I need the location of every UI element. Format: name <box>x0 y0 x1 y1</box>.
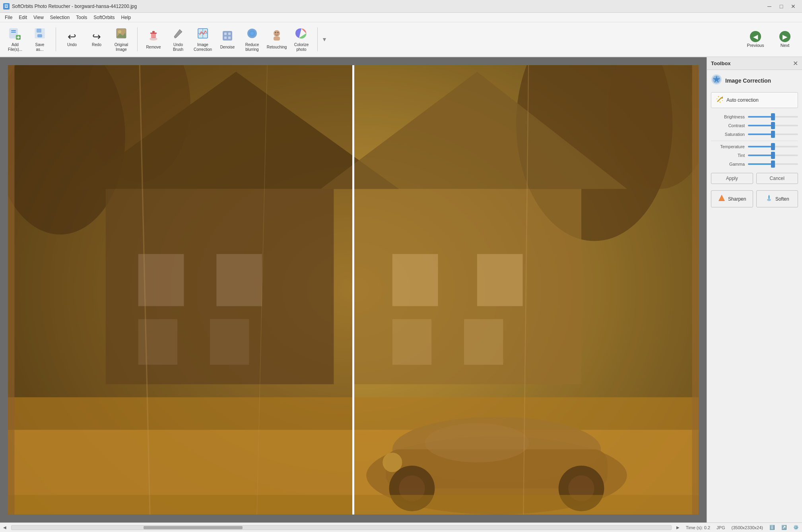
svg-rect-20 <box>224 33 227 35</box>
dimensions-status: (3500x2330x24) <box>731 525 763 530</box>
previous-button[interactable]: ◀ Previous <box>742 25 769 54</box>
toolbar-file-group: AddFile(s)... Saveas... <box>3 25 52 54</box>
soften-icon <box>765 194 773 204</box>
menu-selection[interactable]: Selection <box>47 14 73 21</box>
reduce-blurring-label: Reduceblurring <box>245 43 259 52</box>
toolbar-sep-1 <box>56 27 56 51</box>
undo-brush-label: UndoBrush <box>173 43 183 52</box>
soften-button[interactable]: Soften <box>756 190 798 207</box>
undo-brush-button[interactable]: UndoBrush <box>166 25 190 54</box>
status-bar: ◀ ▶ Time (s): 0.2 JPG (3500x2330x24) ℹ️ … <box>0 522 802 532</box>
reduce-blurring-button[interactable]: Reduceblurring <box>240 25 264 54</box>
saturation-slider-row: Saturation <box>711 132 798 137</box>
next-arrow-icon: ▶ <box>779 31 790 42</box>
gamma-slider[interactable] <box>748 163 798 165</box>
saturation-slider[interactable] <box>748 133 798 135</box>
contrast-label: Contrast <box>711 123 745 128</box>
original-image-button[interactable]: OriginalImage <box>109 25 133 54</box>
cancel-button[interactable]: Cancel <box>756 173 798 184</box>
save-as-label: Saveas... <box>35 43 45 52</box>
share-button[interactable]: ↗️ <box>781 525 787 530</box>
svg-point-10 <box>118 30 121 33</box>
menu-file[interactable]: File <box>2 14 16 21</box>
toolbar-tools-group: Remove UndoBrush ImageCorrection Denoise… <box>142 25 313 54</box>
svg-point-27 <box>274 30 280 37</box>
svg-rect-2 <box>11 32 16 33</box>
save-as-button[interactable]: Saveas... <box>28 25 52 54</box>
brightness-slider-row: Brightness <box>711 114 798 119</box>
image-correction-section-header: Image Correction <box>711 74 798 87</box>
maximize-button[interactable]: □ <box>776 2 787 11</box>
undo-label: Undo <box>67 43 77 47</box>
brightness-label: Brightness <box>711 114 745 119</box>
image-correction-section-icon <box>711 74 722 87</box>
image-correction-button[interactable]: ImageCorrection <box>191 25 215 54</box>
svg-point-29 <box>275 32 276 33</box>
menu-bar: File Edit View Selection Tools SoftOrbit… <box>0 13 802 22</box>
svg-line-72 <box>717 97 722 102</box>
redo-button[interactable]: ↪ Redo <box>85 25 109 54</box>
title-bar: 🖼 SoftOrbits Photo Retoucher - borgward-… <box>0 0 802 13</box>
contrast-slider-row: Contrast <box>711 123 798 128</box>
colorize-photo-button[interactable]: Colorizephoto <box>289 25 313 54</box>
add-file-button[interactable]: AddFile(s)... <box>3 25 27 54</box>
save-as-icon <box>33 27 46 42</box>
status-right: Time (s): 0.2 JPG (3500x2330x24) ℹ️ ↗️ ⚙… <box>686 525 799 530</box>
toolbar-expand-button[interactable]: ▼ <box>322 36 327 43</box>
menu-help[interactable]: Help <box>118 14 134 21</box>
undo-button[interactable]: ↩ Undo <box>60 25 84 54</box>
next-button[interactable]: ▶ Next <box>771 25 799 54</box>
denoise-button[interactable]: Denoise <box>216 25 239 54</box>
svg-point-77 <box>720 102 721 103</box>
minimize-button[interactable]: ─ <box>764 2 775 11</box>
svg-rect-21 <box>228 33 231 35</box>
svg-point-74 <box>718 96 719 97</box>
retouching-button[interactable]: Retouching <box>265 25 289 54</box>
app-title: SoftOrbits Photo Retoucher - borgward-ha… <box>12 4 764 9</box>
svg-point-26 <box>251 32 254 35</box>
svg-point-76 <box>722 100 723 101</box>
svg-rect-14 <box>150 33 157 34</box>
menu-view[interactable]: View <box>30 14 47 21</box>
sharpen-button[interactable]: Sharpen <box>711 190 753 207</box>
tint-label: Tint <box>711 153 745 158</box>
info-button[interactable]: ℹ️ <box>769 525 775 530</box>
image-container <box>8 65 699 515</box>
window-controls: ─ □ ✕ <box>764 2 799 11</box>
settings-button[interactable]: ⚙️ <box>793 525 799 530</box>
denoise-label: Denoise <box>220 45 235 50</box>
scroll-left-button[interactable]: ◀ <box>3 525 6 530</box>
remove-icon <box>147 29 160 44</box>
svg-point-75 <box>717 99 717 99</box>
colorize-photo-label: Colorizephoto <box>294 43 309 52</box>
action-buttons: Apply Cancel <box>711 173 798 184</box>
redo-label: Redo <box>92 43 101 47</box>
brightness-slider[interactable] <box>748 116 798 118</box>
menu-edit[interactable]: Edit <box>16 14 30 21</box>
toolbar: AddFile(s)... Saveas... ↩ Undo ↪ Redo Or… <box>0 22 802 57</box>
auto-correction-button[interactable]: Auto correction <box>711 92 798 108</box>
canvas-area[interactable] <box>0 57 707 522</box>
soften-label: Soften <box>775 196 789 202</box>
temperature-label: Temperature <box>711 144 745 149</box>
previous-arrow-icon: ◀ <box>750 31 761 42</box>
remove-button[interactable]: Remove <box>142 25 165 54</box>
image-correction-title: Image Correction <box>725 77 771 84</box>
svg-rect-23 <box>228 37 231 39</box>
svg-point-30 <box>277 32 279 33</box>
contrast-slider[interactable] <box>748 125 798 126</box>
menu-tools[interactable]: Tools <box>73 14 90 21</box>
temperature-slider[interactable] <box>748 146 798 147</box>
horizontal-scrollbar[interactable] <box>11 525 672 530</box>
menu-softorbits[interactable]: SoftOrbits <box>90 14 118 21</box>
saturation-label: Saturation <box>711 132 745 137</box>
toolbox-close-button[interactable]: ✕ <box>793 60 798 67</box>
apply-button[interactable]: Apply <box>711 173 753 184</box>
sharpen-icon <box>718 194 726 204</box>
scroll-right-button[interactable]: ▶ <box>676 525 680 530</box>
toolbar-sep-3 <box>317 27 318 51</box>
next-label: Next <box>781 43 790 48</box>
retouching-icon <box>270 29 283 44</box>
close-button[interactable]: ✕ <box>788 2 799 11</box>
tint-slider[interactable] <box>748 155 798 156</box>
